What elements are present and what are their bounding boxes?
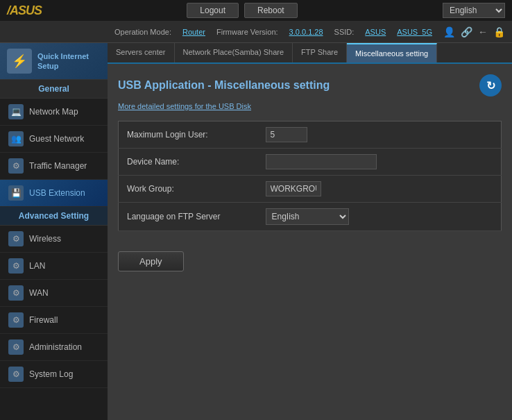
ssid-value[interactable]: ASUS xyxy=(365,28,386,36)
content-area: Servers center Network Place(Samba) Shar… xyxy=(108,43,512,420)
sidebar-item-firewall-label: Firewall xyxy=(29,315,58,325)
work-group-label: Work Group: xyxy=(119,176,257,203)
logout-button[interactable]: Logout xyxy=(187,3,239,18)
device-name-row: Device Name: xyxy=(119,149,502,176)
operation-mode-value[interactable]: Router xyxy=(182,28,205,36)
sidebar-item-system-log-label: System Log xyxy=(29,369,73,379)
traffic-manager-icon: ⚙ xyxy=(8,158,24,174)
sidebar: ⚡ Quick InternetSetup General 💻 Network … xyxy=(0,43,108,420)
device-name-input[interactable] xyxy=(266,154,377,169)
language-ftp-row: Language on FTP Server EngIish Chinese J… xyxy=(119,203,502,231)
sidebar-item-network-map[interactable]: 💻 Network Map xyxy=(0,99,108,126)
page-content: USB Application - Miscellaneous setting … xyxy=(108,64,512,420)
apply-button[interactable]: Apply xyxy=(118,251,184,271)
quick-setup-label: Quick InternetSetup xyxy=(37,51,89,72)
sidebar-item-guest-network-label: Guest Network xyxy=(29,134,84,144)
main-layout: ⚡ Quick InternetSetup General 💻 Network … xyxy=(0,43,512,420)
device-name-label: Device Name: xyxy=(119,149,257,176)
device-name-input-cell xyxy=(257,149,502,176)
sidebar-item-system-log[interactable]: ⚙ System Log xyxy=(0,361,108,388)
tab-ftp-share[interactable]: FTP Share xyxy=(293,43,347,62)
sidebar-item-traffic-manager-label: Traffic Manager xyxy=(29,161,87,171)
sidebar-item-traffic-manager[interactable]: ⚙ Traffic Manager xyxy=(0,153,108,180)
guest-network-icon: 👥 xyxy=(8,131,24,146)
page-title: USB Application - Miscellaneous setting … xyxy=(118,74,502,96)
top-nav-buttons: Logout Reboot xyxy=(187,3,297,18)
sidebar-item-administration-label: Administration xyxy=(29,342,82,352)
work-group-input[interactable] xyxy=(266,181,321,196)
work-group-input-cell xyxy=(257,176,502,203)
user-icon: 👤 xyxy=(443,26,455,37)
refresh-button[interactable]: ↻ xyxy=(479,74,502,96)
back-icon[interactable]: ← xyxy=(478,26,488,37)
quick-setup-icon: ⚡ xyxy=(7,49,32,74)
asus-logo: /ASUS xyxy=(7,3,42,18)
tab-network-place[interactable]: Network Place(Samba) Share xyxy=(175,43,293,62)
advanced-section-header: Advanced Setting xyxy=(0,207,108,226)
administration-icon: ⚙ xyxy=(8,339,24,355)
work-group-row: Work Group: xyxy=(119,176,502,203)
language-ftp-input-cell: EngIish Chinese Japanese Korean xyxy=(257,203,502,231)
sidebar-item-wan[interactable]: ⚙ WAN xyxy=(0,280,108,307)
ssid-5g-value[interactable]: ASUS_5G xyxy=(397,28,432,36)
quick-setup-item[interactable]: ⚡ Quick InternetSetup xyxy=(0,43,108,80)
tab-miscellaneous-setting[interactable]: Miscellaneous setting xyxy=(347,43,437,62)
lock-icon: 🔒 xyxy=(493,26,505,37)
network-icon: 🔗 xyxy=(461,26,472,37)
sidebar-item-firewall[interactable]: ⚙ Firewall xyxy=(0,307,108,334)
tab-bar: Servers center Network Place(Samba) Shar… xyxy=(108,43,512,64)
max-login-user-row: Maximum Login User: xyxy=(119,121,502,149)
sidebar-item-lan-label: LAN xyxy=(29,261,45,271)
firewall-icon: ⚙ xyxy=(8,312,24,328)
wan-icon: ⚙ xyxy=(8,285,24,301)
max-login-user-label: Maximum Login User: xyxy=(119,121,257,149)
language-ftp-select[interactable]: EngIish Chinese Japanese Korean xyxy=(266,208,349,225)
ssid-label: SSID: xyxy=(334,28,355,36)
usb-extension-icon: 💾 xyxy=(8,185,24,201)
general-section-header: General xyxy=(0,80,108,99)
network-map-icon: 💻 xyxy=(8,104,24,119)
sidebar-item-network-map-label: Network Map xyxy=(29,107,78,117)
language-ftp-label: Language on FTP Server xyxy=(119,203,257,231)
sidebar-item-wireless-label: Wireless xyxy=(29,234,61,244)
sidebar-item-wan-label: WAN xyxy=(29,288,49,298)
max-login-user-input[interactable] xyxy=(266,127,307,142)
firmware-label: Firmware Version: xyxy=(216,28,278,36)
lan-icon: ⚙ xyxy=(8,258,24,274)
sidebar-item-usb-extension-label: USB Extension xyxy=(29,188,85,198)
sidebar-item-administration[interactable]: ⚙ Administration xyxy=(0,334,108,361)
language-select[interactable]: English xyxy=(443,3,505,18)
page-subtitle[interactable]: More detailed settings for the USB Disk xyxy=(118,102,502,110)
max-login-user-input-cell xyxy=(257,121,502,149)
top-bar: /ASUS Logout Reboot English xyxy=(0,0,512,21)
tab-servers-center[interactable]: Servers center xyxy=(108,43,175,62)
settings-form: Maximum Login User: Device Name: Work Gr… xyxy=(118,121,502,231)
operation-mode-label: Operation Mode: xyxy=(114,28,171,36)
sidebar-item-lan[interactable]: ⚙ LAN xyxy=(0,253,108,280)
sidebar-item-wireless[interactable]: ⚙ Wireless xyxy=(0,226,108,253)
firmware-value[interactable]: 3.0.0.1.28 xyxy=(289,28,323,36)
header-row: Operation Mode: Router Firmware Version:… xyxy=(0,21,512,43)
sidebar-item-usb-extension[interactable]: 💾 USB Extension xyxy=(0,180,108,207)
reboot-button[interactable]: Reboot xyxy=(244,3,298,18)
sidebar-item-guest-network[interactable]: 👥 Guest Network xyxy=(0,126,108,153)
header-icons: 👤 🔗 ← 🔒 xyxy=(443,26,505,37)
system-log-icon: ⚙ xyxy=(8,367,24,382)
wireless-icon: ⚙ xyxy=(8,231,24,246)
